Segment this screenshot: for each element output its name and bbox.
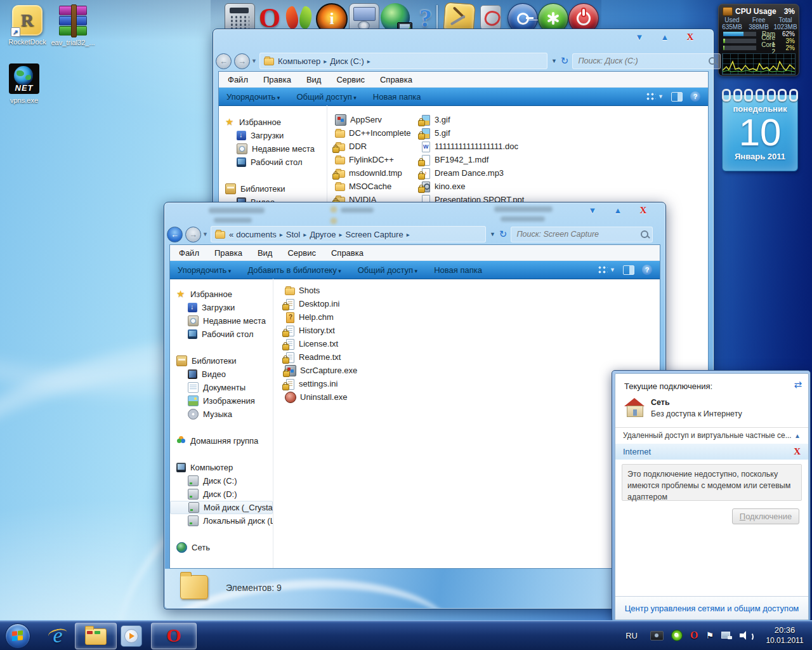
maximize-button[interactable]: ▲ [659,32,671,42]
close-button[interactable]: X [684,32,696,43]
language-indicator[interactable]: RU [625,631,638,640]
help-icon[interactable]: ? [690,91,700,102]
refresh-icon[interactable]: ↻ [499,229,508,240]
sidebar-item-network[interactable]: Сеть [170,541,273,554]
titlebar[interactable]: ▼ ▲ X [164,202,665,224]
file-row[interactable]: Uninstall.exe [285,390,437,404]
file-row[interactable]: FlylinkDC++ [335,153,424,166]
address-dropdown-icon[interactable]: ▼ [490,231,495,237]
file-row[interactable]: BF1942_1.mdf [421,153,560,166]
sidebar-item-recent[interactable]: Недавние места [219,142,327,156]
network-center-link[interactable]: Центр управления сетями и общим доступом [625,604,799,613]
file-row[interactable]: Desktop.ini [285,297,437,310]
sidebar-item-recent[interactable]: Недавние места [170,314,273,328]
file-row[interactable]: DDR [335,140,424,153]
sidebar-item-disk-c[interactable]: Диск (C:) [170,474,273,488]
file-row[interactable]: History.txt [285,324,437,337]
preview-pane-icon[interactable] [623,265,634,275]
refresh-icon[interactable]: ↻ [561,55,569,67]
breadcrumb-item[interactable]: documents [235,230,278,239]
history-dropdown-icon[interactable]: ▼ [251,58,257,64]
sidebar-item-my-disk-selected[interactable]: Мой диск (_CrystaL_ [170,501,273,514]
connection-name[interactable]: Internet [623,447,651,456]
menu-edit[interactable]: Правка [263,75,291,84]
sidebar-item-favorites[interactable]: Избранное [170,288,273,301]
address-dropdown-icon[interactable]: ▼ [551,58,557,64]
menu-help[interactable]: Справка [380,75,412,84]
collapse-arrow-icon[interactable]: ▲ [794,432,801,439]
address-bar[interactable]: Компьютер ▸ Диск (C:) ▸ [259,53,547,69]
sidebar-item-favorites[interactable]: Избранное [219,116,327,129]
view-dropdown-icon[interactable]: ▼ [610,267,615,273]
desktop-icon-vpns[interactable]: NET vpns.exe [0,63,51,104]
file-row[interactable]: Shots [285,284,437,297]
menu-help[interactable]: Справка [331,248,363,258]
file-row[interactable]: AppServ [335,113,424,126]
internet-explorer-taskbar-icon[interactable]: e [46,623,70,647]
sidebar-item-pictures[interactable]: Изображения [170,394,273,408]
help-icon[interactable]: ? [642,265,652,275]
organize-button[interactable]: Упорядочить [226,92,280,102]
network-center-footer[interactable]: Центр управления сетями и общим доступом [615,596,808,620]
breadcrumb-item[interactable]: Диск (C:) [329,56,365,66]
file-row[interactable]: 11111111111111111.doc [421,140,560,153]
connect-button[interactable]: Подключение [732,508,799,524]
opera-tray-icon[interactable]: O [690,630,698,641]
internet-connection-row[interactable]: Internet X [615,444,808,460]
file-row[interactable]: kino.exe [421,180,560,193]
sidebar-item-libraries[interactable]: Библиотеки [219,182,327,196]
sidebar-item-desktop[interactable]: Рабочий стол [170,328,273,341]
minimize-button[interactable]: ▼ [587,206,598,215]
minimize-button[interactable]: ▼ [634,32,645,42]
refresh-connections-icon[interactable]: ⇄ [794,379,802,390]
sidebar-item-libraries[interactable]: Библиотеки [170,354,273,368]
menu-tools[interactable]: Сервис [336,75,365,84]
address-bar[interactable]: « documents ▸ Stol ▸ Другое ▸ Screen Cap… [211,226,486,242]
history-dropdown-icon[interactable]: ▼ [202,231,208,237]
menu-file[interactable]: Файл [179,248,199,258]
file-row[interactable]: Help.chm [285,310,437,324]
titlebar[interactable]: ▼ ▲ X [213,29,714,51]
action-center-tray-icon[interactable]: ⚑ [705,630,714,640]
file-row[interactable]: 3.gif [421,113,560,126]
search-box[interactable] [572,53,721,69]
file-row[interactable]: MSOCache [335,180,424,193]
share-button[interactable]: Общий доступ [358,265,417,275]
sidebar-item-downloads[interactable]: Загрузки [219,129,327,142]
antivirus-tray-icon[interactable] [671,630,683,641]
desktop-icon-eav-trial[interactable]: eav_trial32_... [46,5,100,46]
search-input[interactable] [577,56,706,66]
sidebar-item-downloads[interactable]: Загрузки [170,301,273,314]
close-button[interactable]: X [638,205,649,216]
preview-pane-icon[interactable] [671,92,683,102]
explorer-taskbar-button[interactable] [75,623,117,649]
file-row[interactable]: DC++Incomplete [335,126,424,140]
menu-tools[interactable]: Сервис [287,248,316,258]
menu-view[interactable]: Вид [306,75,322,84]
change-view-icon[interactable] [598,265,608,274]
network-name[interactable]: Сеть [651,398,670,407]
sidebar-item-documents[interactable]: Документы [170,381,273,394]
file-row[interactable]: Readme.txt [285,350,437,364]
clock[interactable]: 20:36 10.01.2011 [761,625,808,645]
breadcrumb-item[interactable]: Другое [308,230,337,239]
menu-view[interactable]: Вид [258,248,273,258]
file-row[interactable]: License.txt [285,337,437,350]
back-button[interactable]: ← [167,227,183,242]
forward-button[interactable]: → [234,53,250,69]
search-input[interactable] [515,229,638,239]
file-row[interactable]: ScrCapture.exe [285,364,437,377]
change-view-icon[interactable] [646,92,656,101]
sidebar-item-disk-d[interactable]: Диск (D:) [170,488,273,501]
sidebar-item-homegroup[interactable]: Домашняя группа [170,434,273,448]
organize-button[interactable]: Упорядочить [178,265,231,275]
sidebar-item-local-disk-l[interactable]: Локальный диск (L: [170,514,273,527]
search-box[interactable] [511,227,653,242]
file-row[interactable]: settings.ini [285,377,437,390]
sidebar-item-computer[interactable]: Компьютер [170,461,273,474]
sidebar-item-video[interactable]: Видео [170,368,273,381]
file-row[interactable]: Dream Dance.mp3 [421,166,560,180]
add-to-library-button[interactable]: Добавить в библиотеку [247,265,341,275]
sidebar-item-music[interactable]: Музыка [170,408,273,421]
screen-capture-tray-icon[interactable] [650,631,664,640]
